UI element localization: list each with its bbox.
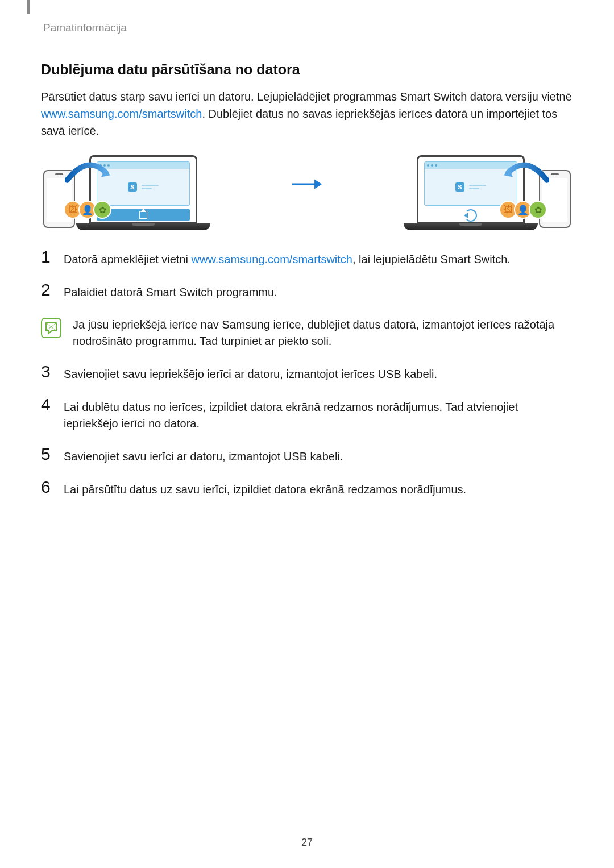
note-text: Ja jūsu iepriekšējā ierīce nav Samsung i… xyxy=(73,317,573,350)
step-6: 6 Lai pārsūtītu datus uz savu ierīci, iz… xyxy=(41,481,573,498)
step-2: 2 Palaidiet datorā Smart Switch programm… xyxy=(41,284,573,301)
transfer-arrow-icon xyxy=(65,160,110,185)
note-icon xyxy=(41,318,61,338)
data-badges-icon: 🖼 👤 ✿ xyxy=(67,201,111,219)
smartswitch-s-icon: S xyxy=(128,182,137,192)
settings-badge-icon: ✿ xyxy=(93,201,111,219)
step-text: Savienojiet savu iepriekšējo ierīci ar d… xyxy=(64,366,437,383)
step-text: Lai dublētu datus no ierīces, izpildiet … xyxy=(64,398,573,432)
step-number: 5 xyxy=(41,446,53,463)
header-section-label: Pamatinformācija xyxy=(43,22,573,34)
settings-badge-icon: ✿ xyxy=(529,201,547,219)
step-text: Lai pārsūtītu datus uz savu ierīci, izpi… xyxy=(64,481,466,498)
step-1-link[interactable]: www.samsung.com/smartswitch xyxy=(192,253,352,265)
step-3: 3 Savienojiet savu iepriekšējo ierīci ar… xyxy=(41,366,573,383)
step-text-post: , lai lejupielādētu Smart Switch. xyxy=(352,253,511,265)
smartswitch-s-icon: S xyxy=(455,182,464,192)
illustration-left-group: 🖼 👤 ✿ S xyxy=(43,155,210,230)
illustration-right-group: S 🖼 👤 ✿ xyxy=(404,155,571,230)
page-tab-mark xyxy=(27,0,30,14)
illustration: 🖼 👤 ✿ S xyxy=(43,155,571,230)
step-1: 1 Datorā apmeklējiet vietni www.samsung.… xyxy=(41,251,573,268)
intro-link[interactable]: www.samsung.com/smartswitch xyxy=(41,107,202,120)
svg-marker-2 xyxy=(314,180,322,189)
step-number: 6 xyxy=(41,479,53,496)
transfer-arrow-icon xyxy=(504,160,549,185)
intro-text-pre: Pārsūtiet datus starp savu ierīci un dat… xyxy=(41,90,572,103)
step-text: Savienojiet savu ierīci ar datoru, izman… xyxy=(64,448,343,465)
arrow-right-icon xyxy=(290,177,324,192)
section-title: Dublējuma datu pārsūtīšana no datora xyxy=(41,61,573,78)
step-number: 1 xyxy=(41,248,53,265)
step-number: 4 xyxy=(41,396,53,413)
steps-list: 1 Datorā apmeklējiet vietni www.samsung.… xyxy=(41,251,573,498)
intro-paragraph: Pārsūtiet datus starp savu ierīci un dat… xyxy=(41,88,573,139)
step-text-pre: Datorā apmeklējiet vietni xyxy=(64,253,192,265)
step-number: 2 xyxy=(41,281,53,298)
step-text: Palaidiet datorā Smart Switch programmu. xyxy=(64,284,277,301)
data-badges-icon: 🖼 👤 ✿ xyxy=(503,201,547,219)
upload-icon xyxy=(139,211,147,219)
step-5: 5 Savienojiet savu ierīci ar datoru, izm… xyxy=(41,448,573,465)
note-callout: Ja jūsu iepriekšējā ierīce nav Samsung i… xyxy=(41,317,573,350)
restore-icon xyxy=(464,209,477,222)
page-number: 27 xyxy=(0,837,614,849)
step-4: 4 Lai dublētu datus no ierīces, izpildie… xyxy=(41,398,573,432)
step-number: 3 xyxy=(41,363,53,380)
